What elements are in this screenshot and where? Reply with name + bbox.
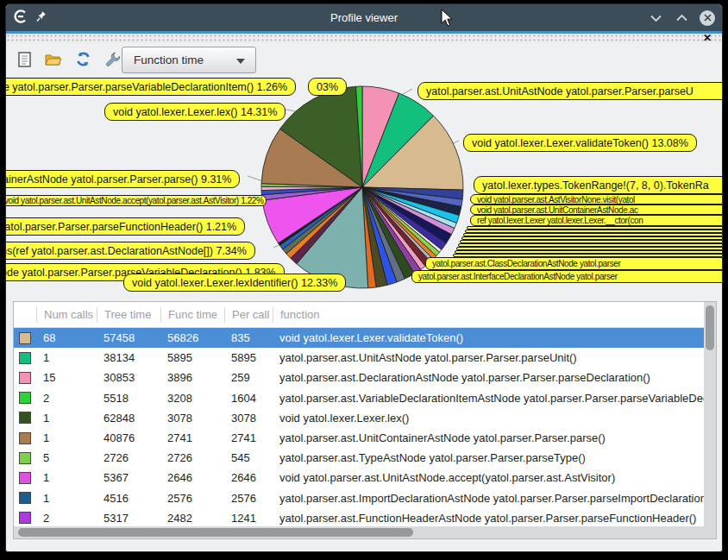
cell-tree_time: 2726 (97, 451, 160, 464)
cell-per_call: 2741 (224, 431, 273, 444)
pie-label: yatol.parser.ast.InterfaceDeclarationAst… (411, 270, 723, 283)
pie-label: Node yatol.parser.Parser.parseVariableDe… (5, 78, 296, 96)
cell-num_calls: 2 (36, 512, 97, 525)
cell-tree_time: 30853 (97, 371, 160, 384)
desktop-background: Profile viewer ✕ (0, 0, 728, 560)
table-row[interactable]: 1536726462646void yatol.parser.ast.UnitA… (14, 468, 704, 488)
cell-per_call: 835 (224, 331, 273, 344)
pie-label: ns(ref yatol.parser.ast.DeclarationAstNo… (5, 242, 255, 260)
pie-label: void yatol.parser.ast.UnitAstNode.accept… (5, 195, 267, 206)
cell-per_call: 2646 (224, 471, 273, 484)
cell-function: yatol.parser.ast.ImportDeclarationAstNod… (273, 492, 704, 505)
maximize-button[interactable] (674, 10, 689, 26)
wrench-icon[interactable] (101, 48, 123, 71)
cell-tree_time: 57458 (97, 331, 160, 344)
function-color-swatch (19, 392, 31, 404)
column-header-num-calls[interactable]: Num calls (36, 307, 97, 323)
cell-per_call: 1604 (224, 392, 273, 405)
cell-function: void yatol.lexer.Lexer.lex() (273, 412, 704, 425)
cell-tree_time: 5367 (97, 471, 160, 484)
cell-function: void yatol.parser.ast.UnitAstNode.accept… (273, 471, 704, 484)
column-header-function[interactable]: function (273, 307, 704, 323)
column-header-func-time[interactable]: Func time (160, 307, 224, 323)
function-color-swatch (19, 352, 31, 364)
table-row[interactable]: 2531724821241yatol.parser.ast.FunctionHe… (14, 508, 704, 528)
pie-label: void yatol.lexer.Lexer.lexIdentifier() 1… (123, 274, 346, 292)
table-row[interactable]: 685745856826835void yatol.lexer.Lexer.va… (14, 328, 704, 348)
cell-num_calls: 1 (36, 431, 97, 444)
table-row[interactable]: 15308533896259yatol.parser.ast.Declarati… (14, 368, 704, 387)
pie-label: ainerAstNode yatol.parser.Parser.parse()… (5, 170, 240, 188)
profile-viewer-window: Profile viewer ✕ (5, 3, 723, 552)
cell-per_call: 1241 (224, 512, 273, 525)
cell-function: yatol.parser.ast.UnitContainerAstNode ya… (273, 431, 704, 444)
cell-num_calls: 1 (36, 412, 97, 425)
cell-num_calls: 5 (36, 451, 97, 464)
cell-per_call: 545 (224, 451, 273, 464)
cell-num_calls: 1 (36, 351, 97, 364)
table-row[interactable]: 13813458955895yatol.parser.ast.UnitAstNo… (14, 348, 704, 368)
cell-func_time: 2482 (160, 512, 224, 525)
column-header-per-call[interactable]: Per call (224, 307, 273, 323)
chevron-down-icon (236, 59, 245, 64)
table-row[interactable]: 2551832081604yatol.parser.ast.VariableDe… (14, 388, 704, 408)
cell-tree_time: 40876 (97, 431, 160, 444)
cell-num_calls: 15 (36, 371, 97, 384)
open-folder-icon[interactable] (42, 48, 65, 71)
cell-per_call: 259 (224, 371, 273, 384)
function-color-swatch (19, 492, 31, 504)
cell-tree_time: 5518 (97, 392, 160, 405)
function-color-swatch (19, 412, 31, 424)
pin-icon[interactable] (36, 10, 47, 26)
cell-tree_time: 5317 (97, 512, 160, 525)
table-row[interactable]: 16284830783078void yatol.lexer.Lexer.lex… (14, 408, 704, 428)
table-header-row: Num callsTree timeFunc timePer callfunct… (14, 302, 704, 328)
cell-func_time: 3896 (160, 371, 224, 384)
horizontal-scrollbar-thumb[interactable] (18, 528, 413, 537)
pie-chart-area: 03%Node yatol.parser.Parser.parseVariabl… (6, 75, 722, 301)
cell-func_time: 3078 (160, 412, 224, 425)
table-body: 685745856826835void yatol.lexer.Lexer.va… (14, 328, 704, 528)
refresh-icon[interactable] (72, 48, 94, 71)
pie-label: void yatol.lexer.Lexer.lex() 14.31% (104, 103, 286, 121)
cell-num_calls: 1 (36, 471, 97, 484)
cell-num_calls: 68 (36, 331, 97, 344)
cell-per_call: 5895 (224, 351, 273, 364)
pie-label: ref yatol.lexer.Lexer yatol.lexer.Lexer.… (470, 215, 723, 226)
pie-label: yatol.parser.ast.UnitAstNode yatol.parse… (417, 82, 723, 100)
cell-func_time: 2646 (160, 471, 224, 484)
cell-func_time: 5895 (160, 351, 224, 364)
cell-func_time: 56826 (160, 331, 224, 344)
vertical-scrollbar[interactable] (704, 302, 716, 528)
toolbar: Function time (6, 43, 722, 75)
function-color-swatch (19, 452, 31, 464)
column-header-color[interactable] (14, 307, 36, 323)
function-color-swatch (19, 472, 31, 484)
cell-function: void yatol.lexer.Lexer.validateToken() (273, 331, 704, 344)
vertical-scrollbar-thumb[interactable] (706, 305, 714, 350)
close-button[interactable] (700, 10, 715, 26)
pie-label: 03% (308, 78, 347, 96)
report-icon[interactable] (13, 48, 35, 71)
cell-func_time: 2576 (160, 492, 224, 505)
column-header-tree-time[interactable]: Tree time (97, 307, 160, 323)
view-mode-combobox[interactable]: Function time (122, 47, 256, 73)
function-color-swatch (19, 432, 31, 444)
horizontal-scrollbar[interactable] (14, 526, 716, 538)
pie-label: void yatol.parser.ast.UnitContainerAstNo… (470, 204, 723, 215)
dock-title-strip[interactable] (6, 34, 722, 43)
minimize-button[interactable] (648, 10, 663, 26)
app-icon (14, 9, 28, 27)
pie-label: yatol.parser.Parser.parseFunctionHeader(… (5, 217, 245, 236)
cell-tree_time: 38134 (97, 351, 160, 364)
table-row[interactable]: 14087627412741yatol.parser.ast.UnitConta… (14, 428, 704, 448)
table-row[interactable]: 1451625762576yatol.parser.ast.ImportDecl… (14, 488, 704, 508)
window-title: Profile viewer (6, 11, 722, 24)
titlebar[interactable]: Profile viewer (6, 4, 722, 31)
pie-label: void yatol.lexer.Lexer.validateToken() 1… (463, 134, 697, 152)
cell-func_time: 3208 (160, 392, 224, 405)
cell-per_call: 2576 (224, 492, 273, 505)
cell-num_calls: 1 (36, 492, 97, 505)
table-row[interactable]: 527262726545yatol.parser.ast.TypeAstNode… (14, 448, 704, 468)
pie-label: yatol.lexer.types.TokenRange!(7, 8, 0).T… (474, 176, 723, 194)
